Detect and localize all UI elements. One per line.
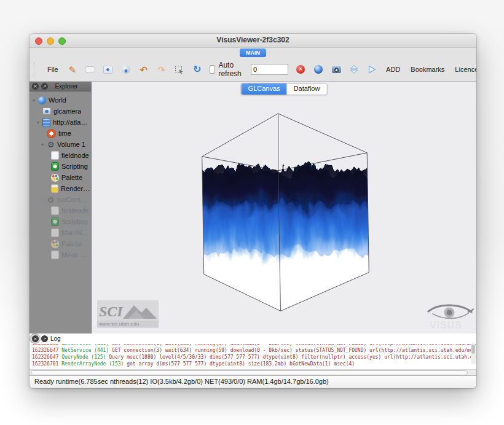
render-icon xyxy=(51,184,58,193)
tree-item-label: Palette xyxy=(61,174,82,181)
file-button[interactable]: File xyxy=(45,64,60,74)
tree-item-palette[interactable]: Palette xyxy=(30,172,91,183)
sci-logo-art: SCI xyxy=(97,300,159,321)
gear-icon: ⚙ xyxy=(47,141,55,149)
log-line: 162326647 QueryNode (125) Query msec(188… xyxy=(32,354,474,361)
tree-item-palette[interactable]: Palette xyxy=(30,238,91,249)
clock-icon xyxy=(47,129,56,138)
undo-icon[interactable]: ↶ xyxy=(138,64,149,75)
explorer-close-icon[interactable]: ✕ xyxy=(32,83,39,90)
tree-item-world[interactable]: ▾World xyxy=(30,95,91,106)
gl-viewport[interactable] xyxy=(92,82,476,335)
tree-item-marching[interactable]: Marching ... xyxy=(30,227,91,238)
zoom-window-button[interactable] xyxy=(58,37,66,45)
tree-item-fieldnode[interactable]: fieldnode xyxy=(30,150,91,161)
tab-dataflow[interactable]: Dataflow xyxy=(287,84,327,95)
tree-item-isocontour-1[interactable]: ▾⚙IsoContour 1 xyxy=(30,194,91,205)
explorer-panel: ✕ ↗ Explorer ▾Worldglcamera▾http://atlan… xyxy=(30,82,92,333)
traffic-lights xyxy=(35,37,66,45)
log-source: NetService (441) xyxy=(61,344,109,346)
auto-refresh-interval-input[interactable] xyxy=(251,64,288,75)
auto-refresh-checkbox[interactable] xyxy=(210,65,216,74)
log-vertical-scrollbar[interactable] xyxy=(471,343,476,364)
palette-icon xyxy=(51,174,59,182)
expander-icon[interactable]: ▾ xyxy=(41,142,47,147)
tree-item-time[interactable]: time xyxy=(30,128,91,139)
glcanvas-area: GLCanvas Dataflow xyxy=(92,82,476,333)
tree-item-scripting[interactable]: Scripting xyxy=(30,216,91,227)
node-icon xyxy=(51,151,59,160)
log-title: Log xyxy=(50,335,67,342)
tree-item-label: Scripting xyxy=(61,218,88,225)
edit-icon[interactable]: ✎ xyxy=(67,64,78,75)
add-button[interactable]: ADD xyxy=(384,64,402,74)
log-hscroll-thumb[interactable] xyxy=(31,370,468,375)
tab-glcanvas[interactable]: GLCanvas xyxy=(242,84,287,95)
stop-icon[interactable]: ✕ xyxy=(295,64,306,75)
tree-item-label: time xyxy=(58,130,71,137)
log-source: RenderArrayNode (153) xyxy=(61,361,124,367)
select-glyph xyxy=(175,65,184,74)
bounds-icon[interactable] xyxy=(85,64,96,75)
title-bar[interactable]: VisusViewer-2f3c302 xyxy=(30,34,476,48)
tree-item-label: IsoContour 1 xyxy=(57,196,91,203)
tree-item-volume-1[interactable]: ▾⚙Volume 1 xyxy=(30,139,91,150)
toolbar-drag-handle[interactable] xyxy=(33,61,35,77)
visus-eye-logo: ViSUS xyxy=(425,302,474,331)
window-title: VisusViewer-2f3c302 xyxy=(30,34,476,47)
tree-item-fieldnode[interactable]: fieldnode xyxy=(30,205,91,216)
tree-item-label: fieldnode xyxy=(61,152,89,159)
sci-logo-caption: www.sci.utah.edu xyxy=(97,321,159,327)
network-icon[interactable] xyxy=(313,64,324,75)
tree-item-label: Mesh Ren... xyxy=(61,251,91,259)
trackball-icon[interactable] xyxy=(120,64,132,75)
tab-main[interactable]: MAIN xyxy=(240,49,266,57)
log-float-icon[interactable]: ↗ xyxy=(41,335,48,342)
refresh-icon[interactable]: ↻ xyxy=(192,64,203,75)
log-message: GET connection(1) wait(633) running(37) … xyxy=(112,344,476,346)
expander-icon[interactable]: ▾ xyxy=(33,98,38,103)
tree-item-http-atlantis[interactable]: ▾http://atlantis... xyxy=(30,117,91,128)
bookmarks-button[interactable]: Bookmarks xyxy=(409,64,446,74)
tree-item-mesh-ren[interactable]: Mesh Ren... xyxy=(30,249,91,260)
log-source: NetService (441) xyxy=(61,348,109,353)
tree-item-label: Scripting xyxy=(61,163,88,170)
log-timestamp: 162326646 xyxy=(32,344,58,346)
point-icon[interactable] xyxy=(103,64,114,75)
tree-item-label: World xyxy=(49,96,66,104)
content-area: ✕ ↗ Explorer ▾Worldglcamera▾http://atlan… xyxy=(30,82,476,333)
play-icon[interactable] xyxy=(366,64,377,75)
eye-icon: ViSUS xyxy=(425,302,474,331)
close-window-button[interactable] xyxy=(35,37,42,45)
log-timestamp: 162326701 xyxy=(32,361,58,367)
globe-icon xyxy=(38,96,46,104)
camera-icon xyxy=(42,107,51,115)
explorer-float-icon[interactable]: ↗ xyxy=(41,83,48,90)
log-message: GET connection(3) wait(634) running(59) … xyxy=(112,348,476,353)
tree-item-label: Marching ... xyxy=(61,229,91,236)
redo-icon[interactable]: ↷ xyxy=(156,64,167,75)
licences-button[interactable]: Licences... xyxy=(453,64,476,74)
box-shape xyxy=(85,66,95,73)
log-panel: ✕ ↗ Log 162326646 NetService (441) GET c… xyxy=(30,333,476,375)
expander-icon[interactable]: ▾ xyxy=(41,197,47,203)
select-icon[interactable] xyxy=(174,64,185,75)
script-icon xyxy=(51,217,59,226)
tree-item-label: fieldnode xyxy=(61,207,89,214)
tree-item-glcamera[interactable]: glcamera xyxy=(30,106,91,117)
snapshot-icon[interactable] xyxy=(331,64,342,75)
log-horizontal-scrollbar[interactable] xyxy=(30,369,476,375)
log-output[interactable]: 162326646 NetService (441) GET connectio… xyxy=(30,344,476,369)
log-close-icon[interactable]: ✕ xyxy=(32,335,39,342)
auto-refresh-label: Auto refresh xyxy=(218,61,244,78)
sci-logo: SCI www.sci.utah.edu xyxy=(97,300,159,328)
app-window: VisusViewer-2f3c302 MAIN File ✎ ↶ ↷ ↻ Au… xyxy=(30,34,476,388)
expander-icon[interactable]: ▾ xyxy=(37,120,42,125)
minimize-window-button[interactable] xyxy=(47,37,54,45)
tree-item-render-n[interactable]: Render N... xyxy=(30,183,91,194)
fit-vertical-icon[interactable] xyxy=(348,64,360,75)
log-vscroll-thumb[interactable] xyxy=(471,345,475,354)
log-timestamp: 162326647 xyxy=(32,354,58,360)
tree-item-scripting[interactable]: Scripting xyxy=(30,161,91,172)
globe-shape xyxy=(314,65,323,74)
